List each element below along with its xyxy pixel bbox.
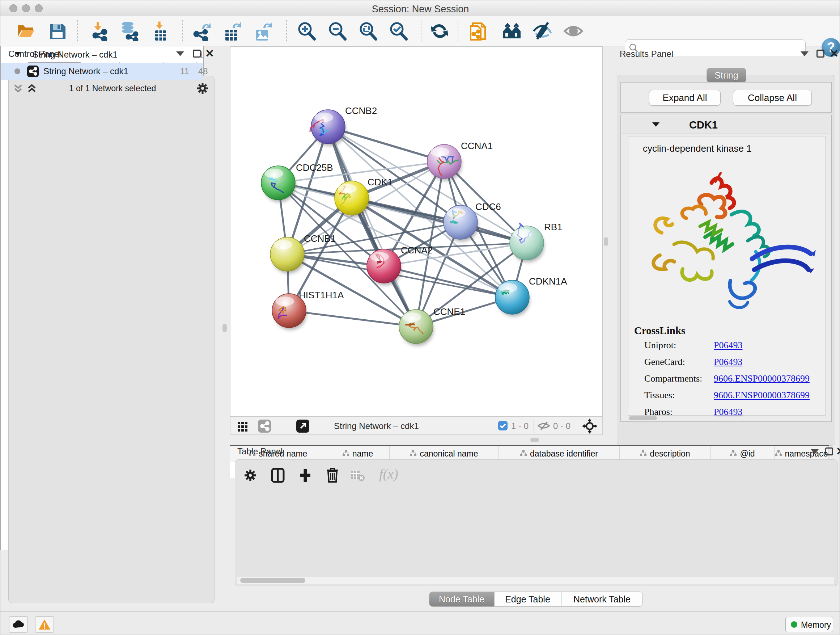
table-panel-menu-icon[interactable] (811, 449, 819, 454)
crosslinks-title: CrossLinks (634, 325, 685, 337)
network-node-label: CDC6 (475, 201, 501, 212)
expand-all-networks-icon[interactable] (26, 82, 38, 96)
table-gear-icon[interactable] (243, 468, 257, 484)
crosslink-uniprot-link[interactable]: P06493 (714, 340, 742, 351)
tab-network-table[interactable]: Network Table (561, 592, 643, 607)
network-node-CCNE1[interactable]: CCNE1 (399, 306, 465, 346)
expand-all-button[interactable]: Expand All (649, 90, 721, 106)
hide-selected-icon[interactable] (532, 21, 553, 41)
collection-count: 1 (199, 50, 204, 60)
crosslink-label: GeneCard: (644, 356, 685, 367)
export-table-icon[interactable] (222, 21, 242, 41)
zoom-in-icon[interactable] (296, 21, 317, 41)
table-panel: Table Panel ✕ f(x) shared name (230, 445, 840, 611)
table-panel-float-icon[interactable] (825, 448, 833, 455)
protein-structure-image (639, 160, 816, 316)
hidden-counts: 0 - 0 (553, 421, 570, 431)
hidden-eye-icon (537, 421, 550, 432)
toolbar-separator (182, 20, 183, 42)
table-panel-close-icon[interactable]: ✕ (836, 448, 840, 455)
network-node-label: CDKN1A (529, 276, 567, 287)
crosslink-pharos-link[interactable]: P06493 (714, 407, 742, 417)
left-splitter-handle[interactable] (223, 324, 227, 333)
crosslink-label: Uniprot: (644, 340, 676, 351)
network-label: String Network – cdk1 (43, 66, 128, 76)
cytoscape-window: Session: New Session (0, 0, 840, 635)
first-neighbors-icon[interactable] (502, 21, 522, 41)
show-column-icon[interactable] (270, 467, 286, 485)
network-node-label: CDK1 (368, 177, 393, 187)
expand-collapse-bar: Expand All Collapse All (621, 82, 832, 112)
memory-label: Memory (801, 620, 831, 630)
export-image-icon[interactable] (253, 21, 273, 41)
cloud-status-button[interactable] (9, 616, 28, 633)
import-network-from-file-icon[interactable] (89, 21, 109, 41)
control-panel-body (8, 76, 215, 603)
bottom-splitter-handle[interactable] (531, 438, 539, 442)
zoom-fit-icon[interactable] (358, 21, 378, 41)
selected-counts: 1 - 0 (511, 421, 529, 431)
import-table-from-file-icon[interactable] (150, 21, 171, 41)
network-node-CDC25B[interactable]: CDC25B (261, 162, 333, 203)
save-session-icon[interactable] (47, 21, 68, 41)
results-panel-close-icon[interactable]: ✕ (829, 50, 838, 57)
network-canvas[interactable]: CCNB2CCNA1CDC25BCDK1CDC6RB1CCNB1CCNA2CDK… (230, 46, 603, 417)
control-panel-close-icon[interactable]: ✕ (205, 50, 214, 57)
collapse-all-button[interactable]: Collapse All (733, 90, 812, 106)
birdseye-toggle-icon[interactable] (582, 418, 597, 435)
table-hscroll-thumb[interactable] (240, 578, 305, 583)
gene-header-row[interactable]: CDK1 (622, 116, 830, 134)
network-node-label: CDC25B (296, 162, 333, 173)
memory-button[interactable]: Memory (785, 617, 833, 632)
network-node-CDKN1A[interactable]: CDKN1A (495, 276, 567, 317)
add-column-icon[interactable] (297, 467, 313, 485)
crosslink-genecard-link[interactable]: P06493 (714, 356, 742, 367)
warning-status-button[interactable] (35, 616, 54, 633)
open-in-new-window-icon[interactable] (296, 420, 309, 432)
tab-node-table[interactable]: Node Table (429, 592, 494, 607)
collapse-all-networks-icon[interactable] (12, 82, 24, 96)
delete-table-icon (350, 470, 365, 483)
network-options-gear-icon[interactable] (196, 81, 210, 97)
collection-expand-icon[interactable] (14, 52, 21, 56)
import-network-from-database-icon[interactable] (119, 21, 139, 41)
toolbar-separator (77, 20, 78, 42)
network-node-RB1[interactable]: RB1 (510, 222, 562, 263)
selected-checkbox-icon[interactable] (498, 421, 508, 431)
collection-label: String Network – cdk1 (33, 50, 118, 60)
tab-string[interactable]: String (706, 68, 746, 83)
zoom-selected-icon[interactable] (388, 21, 409, 41)
results-panel-menu-icon[interactable] (801, 51, 808, 56)
new-network-from-selection-icon[interactable] (469, 21, 489, 41)
gene-collapse-icon[interactable] (652, 122, 660, 127)
network-collection-row[interactable]: String Network – cdk1 1 (1, 46, 203, 63)
table-hscrollbar[interactable] (237, 577, 834, 584)
delete-column-icon[interactable] (325, 467, 340, 485)
network-row-selected[interactable]: String Network – cdk1 11 48 (1, 63, 203, 80)
gene-description: cyclin-dependent kinase 1 (643, 143, 752, 154)
main-toolbar: ? (0, 16, 840, 46)
gene-detail-box: cyclin-dependent kinase 1 (628, 136, 826, 416)
title-bar: Session: New Session (0, 0, 840, 17)
tab-edge-table[interactable]: Edge Table (494, 592, 561, 607)
crosslink-tissues-link[interactable]: 9606.ENSP00000378699 (714, 390, 810, 401)
network-share-icon[interactable] (258, 420, 271, 432)
results-panel: Results Panel ✕ String Expand All Collap… (612, 46, 840, 446)
network-view-title: String Network – cdk1 (334, 421, 419, 431)
network-edge-HIST1H1A-CCNE1[interactable] (289, 310, 416, 326)
network-node-CCNA1[interactable]: CCNA1 (427, 141, 493, 181)
right-splitter-handle[interactable] (604, 237, 608, 246)
toolbar-separator (458, 20, 458, 42)
birdseye-grid-icon[interactable] (237, 420, 248, 433)
crosslink-label: Pharos: (644, 407, 673, 417)
network-node-HIST1H1A[interactable]: HIST1H1A (272, 290, 344, 330)
network-node-CDC6[interactable]: CDC6 (444, 201, 501, 242)
results-panel-float-icon[interactable] (816, 50, 824, 57)
export-network-icon[interactable] (191, 21, 212, 41)
open-session-icon[interactable] (16, 21, 36, 41)
crosslink-compartments-link[interactable]: 9606.ENSP00000378699 (714, 373, 810, 384)
show-all-icon[interactable] (563, 21, 584, 41)
results-hscroll-thumb[interactable] (629, 416, 657, 420)
zoom-out-icon[interactable] (327, 21, 347, 41)
refresh-layout-icon[interactable] (429, 21, 450, 41)
